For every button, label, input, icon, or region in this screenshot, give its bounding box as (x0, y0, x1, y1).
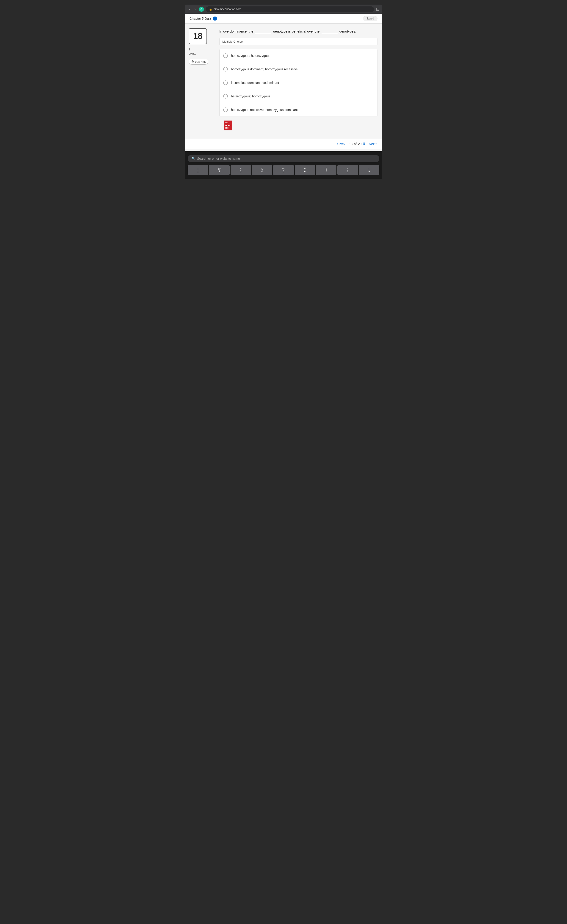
radio-e[interactable] (223, 108, 228, 112)
option-c[interactable]: incomplete dominant; codominant (219, 76, 377, 89)
info-icon[interactable]: i (213, 16, 217, 21)
prev-label: Prev (339, 142, 345, 146)
of-label: of (354, 142, 357, 146)
prev-button[interactable]: ‹ Prev (337, 142, 345, 146)
question-number: 18 (193, 32, 202, 41)
radio-a[interactable] (223, 53, 228, 58)
option-e[interactable]: homozygous recessive; homozygous dominan… (219, 104, 377, 116)
next-label: Next (369, 142, 376, 146)
answer-type-label: Multiple Choice (219, 38, 378, 45)
bottom-nav: ‹ Prev 18 of 20 ⠿ Next › (185, 139, 382, 149)
quiz-sidebar: 18 1 points ⏱ 00:17:45 (185, 24, 217, 139)
next-arrow: › (376, 142, 378, 146)
timer-box: ⏱ 00:17:45 (189, 59, 208, 64)
search-placeholder: Search or enter website name (197, 157, 240, 160)
timer-value: 00:17:45 (195, 60, 206, 63)
laptop-screen: ‹ › G 🔒 ezto.mheducation.com ⊟ Chapter 5… (185, 4, 382, 151)
radio-d[interactable] (223, 94, 228, 99)
key-percent[interactable]: %5 (273, 165, 294, 175)
url-text: ezto.mheducation.com (214, 8, 242, 11)
question-area: In overdominance, the genotype is benefi… (217, 24, 382, 139)
option-b-text: homozygous dominant; homozygous recessiv… (231, 68, 298, 71)
key-ampersand[interactable]: &7 (316, 165, 336, 175)
grammarly-icon: G (199, 7, 204, 12)
browser-chrome: ‹ › G 🔒 ezto.mheducation.com ⊟ (185, 4, 382, 14)
chapter-title-text: Chapter 5 Quiz (189, 17, 211, 20)
mcgraw-hill-logo: Mc Graw Hill (224, 120, 232, 130)
next-button[interactable]: Next › (369, 142, 378, 146)
page-indicator: 18 of 20 ⠿ (349, 142, 365, 146)
back-button[interactable]: ‹ (188, 7, 192, 12)
search-icon: 🔍 (191, 157, 195, 160)
current-page: 18 (349, 142, 353, 146)
quiz-main: 18 1 points ⏱ 00:17:45 In overdominance,… (185, 24, 382, 139)
option-b[interactable]: homozygous dominant; homozygous recessiv… (219, 63, 377, 76)
saved-badge: Saved (363, 16, 378, 21)
question-number-box: 18 (189, 28, 207, 44)
points-value: points (189, 52, 213, 55)
blank-1 (255, 28, 272, 34)
points-label: 1 (189, 48, 213, 51)
option-e-text: homozygous recessive; homozygous dominan… (231, 108, 298, 112)
key-at[interactable]: @2 (209, 165, 230, 175)
keyboard-area: 🔍 Search or enter website name !1 @2 #3 … (185, 151, 382, 179)
search-bar[interactable]: 🔍 Search or enter website name (188, 155, 379, 162)
key-exclaim[interactable]: !1 (188, 165, 208, 175)
window-control-button[interactable]: ⊟ (376, 7, 379, 12)
radio-b[interactable] (223, 67, 228, 72)
chapter-title-area: Chapter 5 Quiz i (189, 16, 217, 21)
total-pages: 20 (358, 142, 362, 146)
options-container: homozygous; heterozygous homozygous domi… (219, 49, 378, 116)
address-bar[interactable]: 🔒 ezto.mheducation.com (206, 6, 374, 12)
forward-button[interactable]: › (193, 7, 197, 12)
key-paren[interactable]: (9 (359, 165, 379, 175)
blank-2 (321, 28, 338, 34)
key-hash[interactable]: #3 (231, 165, 251, 175)
key-asterisk[interactable]: *8 (338, 165, 358, 175)
radio-c[interactable] (223, 81, 228, 85)
page-content: Chapter 5 Quiz i Saved 18 1 points (185, 14, 382, 151)
option-d[interactable]: heterozygous; homozygous (219, 90, 377, 103)
prev-arrow: ‹ (337, 142, 338, 146)
option-a[interactable]: homozygous; heterozygous (219, 49, 377, 62)
timer-icon: ⏱ (191, 60, 194, 63)
keyboard-row-numbers: !1 @2 #3 $4 %5 ^6 &7 *8 (9 (188, 165, 379, 175)
page-header: Chapter 5 Quiz i Saved (185, 14, 382, 24)
option-c-text: incomplete dominant; codominant (231, 81, 279, 85)
key-caret[interactable]: ^6 (295, 165, 315, 175)
mcgraw-logo-area: Mc Graw Hill (219, 116, 378, 134)
option-a-text: homozygous; heterozygous (231, 54, 270, 57)
browser-nav: ‹ › (188, 7, 197, 12)
lock-icon: 🔒 (209, 8, 212, 11)
grid-icon[interactable]: ⠿ (363, 142, 365, 146)
question-text: In overdominance, the genotype is benefi… (219, 28, 378, 34)
key-dollar[interactable]: $4 (252, 165, 272, 175)
option-d-text: heterozygous; homozygous (231, 94, 270, 98)
